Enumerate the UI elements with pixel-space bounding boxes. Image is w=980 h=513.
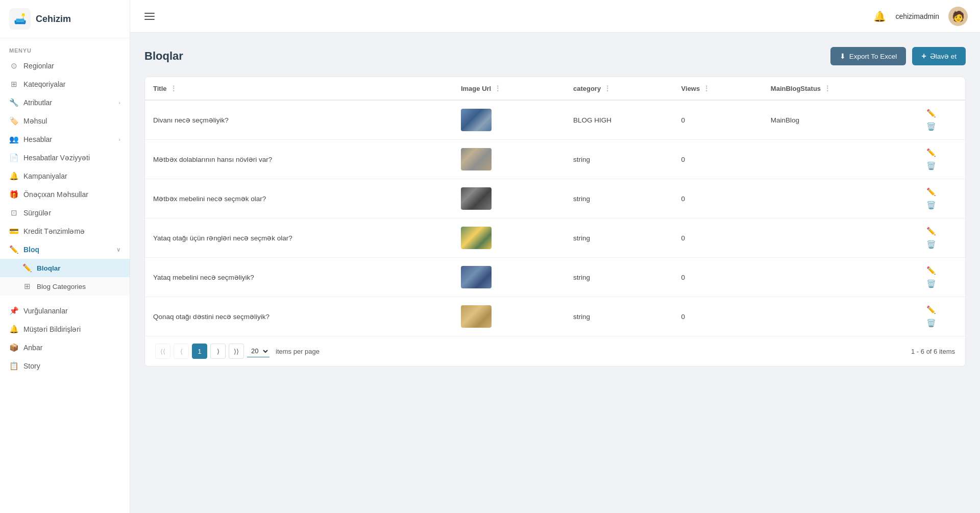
sidebar-logo: 🛋️ Cehizim [0, 0, 130, 38]
sidebar-item-kredit[interactable]: 💳 Kredit Tənzimləmə [0, 222, 130, 240]
cell-actions: ✏️ 🗑️ [914, 218, 965, 258]
pagination-prev-button[interactable]: ⟨ [174, 344, 189, 359]
sidebar-item-mehsul[interactable]: 🏷️ Məhsul [0, 112, 130, 130]
col-views-menu[interactable]: ⋮ [703, 84, 710, 92]
sidebar-item-atributlar[interactable]: 🔧 Atributlar › [0, 93, 130, 112]
col-category-label: category [573, 85, 601, 92]
bell-icon: 🔔 [9, 172, 18, 181]
bloqlar-table: Title ⋮ Image Url ⋮ cate [145, 77, 965, 336]
pagination-first-button[interactable]: ⟨⟨ [155, 344, 170, 359]
sidebar-item-blog-categories[interactable]: ⊞ Blog Categories [0, 277, 130, 296]
table-row: Qonaq otağı dəstini necə seçməliyik? str… [145, 297, 965, 336]
sidebar-item-musteri-bildirisler[interactable]: 🔔 Müştəri Bildirişləri [0, 320, 130, 338]
cell-category: string [565, 297, 673, 336]
pagination-info: 1 - 6 of 6 items [911, 348, 955, 355]
col-title-label: Title [153, 85, 167, 92]
sidebar-item-bloqlar[interactable]: ✏️ Bloqlar [0, 259, 130, 277]
image-thumbnail [461, 305, 492, 328]
items-per-page-select[interactable]: 102050100 [247, 345, 270, 357]
cell-views: 0 [673, 140, 763, 179]
sidebar-item-anbar[interactable]: 📦 Anbar [0, 338, 130, 357]
cell-image [453, 218, 565, 258]
cell-views: 0 [673, 179, 763, 218]
edit-button[interactable]: ✏️ [922, 264, 940, 277]
delete-button[interactable]: 🗑️ [922, 120, 940, 133]
col-mainblogstatus: MainBlogStatus ⋮ [763, 77, 914, 100]
delete-button[interactable]: 🗑️ [922, 238, 940, 251]
file-icon: 📄 [9, 153, 18, 162]
cell-image [453, 140, 565, 179]
export-button-label: Export To Excel [849, 53, 897, 60]
grid-icon: ⊞ [9, 80, 18, 89]
col-category-menu[interactable]: ⋮ [604, 84, 611, 92]
header: 🔔 cehizimadmin 🧑 [130, 0, 980, 33]
col-mainblogstatus-menu[interactable]: ⋮ [824, 84, 831, 92]
notification-bell-icon[interactable]: 🔔 [873, 10, 886, 22]
cell-mainblogstatus [763, 218, 914, 258]
edit-button[interactable]: ✏️ [922, 146, 940, 159]
pagination-page-1[interactable]: 1 [192, 344, 207, 359]
edit-icon: ✏️ [9, 245, 18, 254]
cell-mainblogstatus [763, 258, 914, 297]
delete-button[interactable]: 🗑️ [922, 277, 940, 290]
add-button[interactable]: + Əlavə et [912, 47, 966, 65]
sidebar-item-regionlar[interactable]: ⊙ Regionlar [0, 57, 130, 75]
wrench-icon: 🔧 [9, 98, 18, 107]
delete-button[interactable]: 🗑️ [922, 316, 940, 330]
hamburger-button[interactable] [142, 11, 157, 22]
bloq-submenu: ✏️ Bloqlar ⊞ Blog Categories [0, 259, 130, 296]
sidebar-item-label: Bloq [23, 246, 39, 254]
pin-icon: 📌 [9, 306, 18, 315]
chevron-right-icon: › [118, 100, 120, 106]
export-button[interactable]: ⬇ Export To Excel [830, 47, 906, 65]
table-icon: ⊡ [9, 208, 18, 217]
col-image-url-menu[interactable]: ⋮ [494, 84, 501, 92]
delete-button[interactable]: 🗑️ [922, 199, 940, 212]
image-thumbnail [461, 227, 492, 249]
sidebar-item-vurgulananlar[interactable]: 📌 Vurğulananlar [0, 302, 130, 320]
edit-button[interactable]: ✏️ [922, 107, 940, 120]
cell-category: string [565, 258, 673, 297]
sidebar-item-kampaniyalar[interactable]: 🔔 Kampaniyalar [0, 167, 130, 185]
sidebar-item-label: Story [23, 362, 40, 370]
edit-sub-icon: ✏️ [22, 263, 32, 273]
sidebar-item-label: Kredit Tənzimləmə [23, 227, 85, 235]
image-thumbnail [461, 187, 492, 210]
edit-button[interactable]: ✏️ [922, 303, 940, 316]
chevron-right-icon: › [118, 136, 120, 142]
sidebar-item-label: Sürgülər [23, 209, 51, 217]
avatar: 🧑 [948, 7, 968, 26]
image-thumbnail [461, 266, 492, 288]
edit-button[interactable]: ✏️ [922, 225, 940, 238]
cell-actions: ✏️ 🗑️ [914, 258, 965, 297]
sidebar-item-bloq[interactable]: ✏️ Bloq ∨ [0, 240, 130, 259]
table-body: Divanı necə seçməliyik? BLOG HIGH 0 Main… [145, 100, 965, 336]
globe-icon: ⊙ [9, 61, 18, 70]
clipboard-icon: 📋 [9, 361, 18, 371]
credit-card-icon: 💳 [9, 227, 18, 236]
sidebar-item-label: Anbar [23, 344, 42, 352]
cell-category: string [565, 140, 673, 179]
sidebar-item-story[interactable]: 📋 Story [0, 357, 130, 375]
pagination-next-button[interactable]: ⟩ [210, 344, 226, 359]
col-title-menu[interactable]: ⋮ [170, 84, 177, 92]
cell-image [453, 258, 565, 297]
sidebar-item-label: Məhsul [23, 117, 47, 125]
delete-button[interactable]: 🗑️ [922, 159, 940, 173]
cell-views: 0 [673, 297, 763, 336]
sidebar-item-surgular[interactable]: ⊡ Sürgülər [0, 204, 130, 222]
box-icon: 📦 [9, 343, 18, 352]
edit-button[interactable]: ✏️ [922, 185, 940, 199]
col-title: Title ⋮ [145, 77, 453, 100]
table-row: Divanı necə seçməliyik? BLOG HIGH 0 Main… [145, 100, 965, 140]
sidebar-item-label: Hesabatlar Vəziyyəti [23, 154, 90, 162]
table-row: Yataq otağı üçün rəngləri necə seçmək ol… [145, 218, 965, 258]
pagination-last-button[interactable]: ⟩⟩ [229, 344, 244, 359]
sidebar-item-onecixan[interactable]: 🎁 Önəçıxan Məhsullar [0, 185, 130, 204]
sidebar-item-kateqoriyalar[interactable]: ⊞ Kateqoriyalar [0, 75, 130, 93]
sidebar-item-hesablar[interactable]: 👥 Hesablar › [0, 130, 130, 149]
cell-title: Yataq mebelini necə seçməliyik? [145, 258, 453, 297]
sidebar-item-hesablar-veziyyeti[interactable]: 📄 Hesabatlar Vəziyyəti [0, 149, 130, 167]
hamburger-line [144, 19, 155, 20]
cell-title: Mətbəx dolablarının hansı növləri var? [145, 140, 453, 179]
